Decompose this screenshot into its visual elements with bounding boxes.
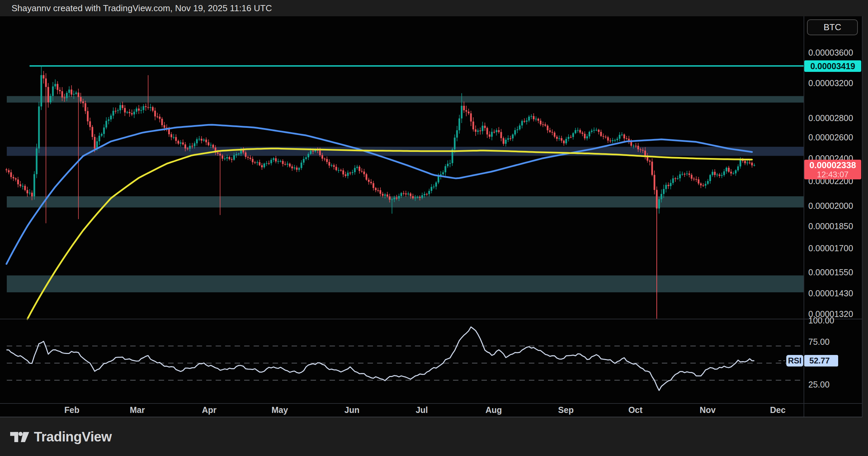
tradingview-logo-icon — [10, 428, 29, 447]
month-label-May: May — [264, 405, 295, 415]
top-credit-bar: Shayannv created with TradingView.com, N… — [0, 0, 868, 16]
month-label-Mar: Mar — [122, 405, 153, 415]
price-tick-0.00001850: 0.00001850 — [808, 221, 866, 231]
month-label-Aug: Aug — [478, 405, 509, 415]
rsi-tick-100.00: 100.00 — [808, 315, 866, 325]
resistance-price-badge: 0.00003419 — [804, 60, 861, 72]
month-label-Apr: Apr — [194, 405, 224, 415]
chart-credit-text: Shayannv created with TradingView.com, N… — [12, 0, 272, 16]
month-label-Jun: Jun — [337, 405, 367, 415]
month-label-Oct: Oct — [620, 405, 651, 415]
price-tick-0.00002000: 0.00002000 — [808, 201, 866, 211]
tradingview-wordmark: TradingView — [34, 418, 112, 456]
rsi-tick-75.00: 75.00 — [808, 337, 866, 347]
last-price-badge: 0.00002338 12:43:07 — [804, 160, 861, 179]
rsi-indicator-badge[interactable]: RSI 52.77 — [786, 355, 834, 366]
month-label-Feb: Feb — [57, 405, 87, 415]
footer-bar: TradingView — [0, 418, 868, 456]
symbol-button[interactable]: BTC — [807, 19, 858, 35]
bar-countdown-timer: 12:43:07 — [804, 170, 861, 179]
price-tick-0.00002800: 0.00002800 — [808, 113, 866, 123]
price-tick-0.00002600: 0.00002600 — [808, 132, 866, 142]
price-tick-0.00003600: 0.00003600 — [808, 47, 866, 58]
price-tick-0.00001430: 0.00001430 — [808, 288, 866, 298]
price-tick-0.00001550: 0.00001550 — [808, 267, 866, 277]
rsi-value-pill: 52.77 — [805, 355, 834, 366]
rsi-tick-25.00: 25.00 — [808, 379, 866, 390]
last-price-value: 0.00002338 — [804, 160, 861, 170]
chart-canvas[interactable] — [0, 16, 862, 417]
price-tick-0.00003200: 0.00003200 — [808, 78, 866, 88]
price-tick-0.00001700: 0.00001700 — [808, 243, 866, 253]
month-label-Nov: Nov — [692, 405, 723, 415]
month-label-Dec: Dec — [763, 405, 793, 415]
rsi-label-pill[interactable]: RSI — [786, 355, 803, 366]
month-label-Jul: Jul — [407, 405, 437, 415]
month-label-Sep: Sep — [551, 405, 581, 415]
